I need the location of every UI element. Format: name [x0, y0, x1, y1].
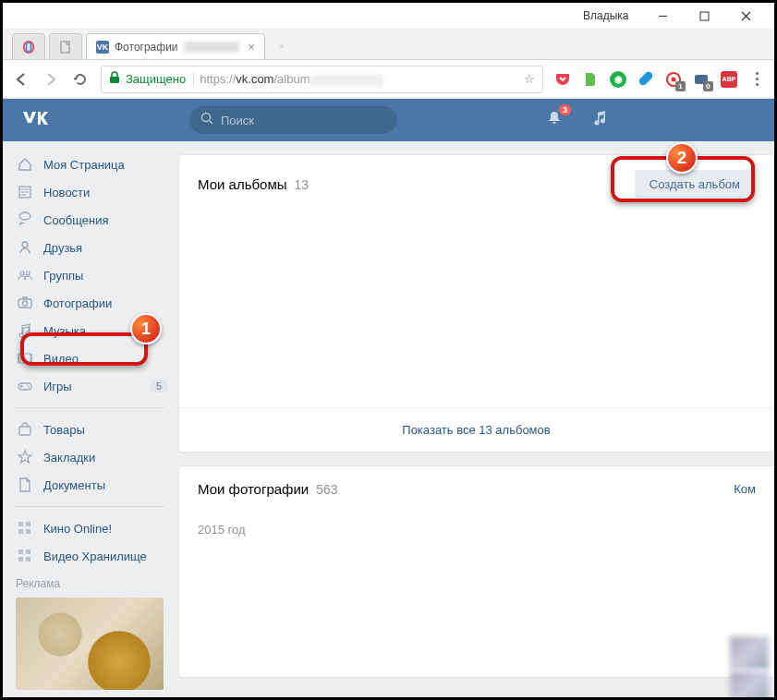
sidebar-ad-image[interactable]	[16, 597, 164, 690]
extension-icon-green[interactable]: ◉	[610, 71, 626, 88]
extension-icon-blue[interactable]	[637, 71, 654, 88]
bookmark-star-icon[interactable]: ☆	[524, 72, 535, 86]
main-content: Мои альбомы 13 Создать альбом Показать в…	[178, 141, 774, 697]
back-button[interactable]	[12, 70, 30, 89]
sidebar-separator	[16, 506, 165, 507]
search-input[interactable]	[221, 114, 386, 127]
sidebar-item-music[interactable]: Музыка	[3, 317, 178, 344]
search-box[interactable]	[189, 106, 397, 134]
groups-icon	[16, 266, 34, 284]
sidebar-item-label: Новости	[43, 186, 90, 199]
app-icon	[16, 519, 34, 537]
camera-icon	[16, 294, 34, 312]
app-icon	[16, 547, 34, 565]
show-all-albums-link[interactable]: Показать все 13 альбомов	[179, 407, 773, 452]
url-field[interactable]: Защищено https://vk.com/album ☆	[101, 66, 543, 93]
sidebar-item-app[interactable]: Кино Online!	[3, 514, 178, 542]
tab-close-icon[interactable]: ×	[249, 41, 255, 54]
adblock-extension-icon[interactable]: ABP	[721, 71, 737, 88]
sidebar-item-label: Группы	[43, 269, 83, 283]
opera-icon	[22, 41, 35, 54]
svg-rect-0	[700, 12, 709, 20]
sidebar-item-photos[interactable]: Фотографии	[3, 289, 178, 317]
sidebar-item-count: 5	[151, 380, 167, 392]
reload-button[interactable]	[71, 70, 90, 89]
svg-point-17	[27, 385, 29, 387]
window-user-label: Владыка	[583, 9, 629, 22]
extension-icon-counter-1[interactable]: 1	[665, 71, 682, 88]
sidebar-item-profile[interactable]: Моя Страница	[3, 151, 178, 178]
sidebar-item-market[interactable]: Товары	[3, 416, 178, 443]
photos-comments-link[interactable]: Ком	[734, 482, 756, 496]
extension-icon-counter-2[interactable]: 0	[693, 71, 710, 88]
document-icon	[16, 476, 34, 494]
browser-menu-button[interactable]	[748, 72, 765, 86]
browser-tab-inactive[interactable]	[49, 33, 82, 59]
photos-count: 563	[316, 482, 337, 497]
photo-thumbnail[interactable]	[730, 636, 769, 670]
sidebar-item-label: Кино Online!	[43, 522, 112, 536]
maximize-button[interactable]	[684, 3, 725, 29]
sidebar-separator	[16, 407, 165, 408]
secure-label: Защищено	[126, 72, 194, 86]
sidebar-item-documents[interactable]: Документы	[3, 471, 178, 499]
sidebar-item-label: Документы	[43, 478, 105, 492]
sidebar-item-app[interactable]: Видео Хранилище	[3, 542, 178, 570]
minimize-button[interactable]	[642, 3, 684, 29]
photo-thumbnails	[730, 634, 769, 697]
sidebar-item-groups[interactable]: Группы	[3, 261, 178, 289]
svg-rect-25	[26, 549, 30, 554]
sidebar: Моя Страница Новости Сообщения Друзья Гр…	[3, 141, 178, 697]
albums-card: Мои альбомы 13 Создать альбом Показать в…	[178, 154, 774, 453]
lock-icon	[109, 71, 120, 87]
svg-point-10	[22, 242, 28, 247]
pocket-extension-icon[interactable]	[554, 71, 571, 88]
svg-point-11	[20, 272, 24, 275]
sidebar-item-messages[interactable]: Сообщения	[3, 206, 178, 234]
photos-card: Мои фотографии 563 Ком 2015 год	[178, 465, 774, 678]
sidebar-item-news[interactable]: Новости	[3, 178, 178, 206]
vk-logo[interactable]	[23, 108, 51, 132]
notifications-badge: 3	[559, 104, 571, 115]
create-album-button[interactable]: Создать альбом	[635, 170, 755, 199]
browser-tab-inactive[interactable]	[12, 33, 45, 59]
sidebar-item-label: Сообщения	[43, 213, 109, 227]
tab-title-blurred	[184, 42, 239, 53]
page-content: 3 Моя Страница Новости Сообщения Друзья …	[3, 99, 774, 697]
video-icon	[16, 349, 34, 368]
svg-point-6	[672, 77, 676, 81]
svg-rect-27	[26, 557, 30, 561]
music-button[interactable]	[591, 109, 610, 131]
sidebar-item-label: Музыка	[43, 324, 86, 338]
gamepad-icon	[16, 377, 34, 395]
sidebar-item-bookmarks[interactable]: Закладки	[3, 443, 178, 471]
message-icon	[16, 211, 34, 229]
sidebar-item-friends[interactable]: Друзья	[3, 234, 178, 261]
music-icon	[16, 321, 34, 340]
sidebar-item-label: Игры	[43, 380, 72, 393]
new-tab-button[interactable]	[269, 33, 295, 59]
photos-title: Мои фотографии	[198, 481, 309, 497]
close-button[interactable]	[725, 3, 767, 29]
sidebar-item-video[interactable]: Видео	[3, 344, 178, 372]
svg-rect-21	[26, 522, 30, 526]
notifications-button[interactable]: 3	[545, 109, 564, 131]
browser-addressbar: Защищено https://vk.com/album ☆ ◉ 1 0 AB…	[3, 60, 774, 99]
sidebar-item-label: Закладки	[43, 451, 95, 465]
albums-title: Мои альбомы	[198, 176, 287, 192]
sidebar-ad-label: Реклама	[3, 570, 178, 594]
browser-tabstrip: VK Фотографии ×	[3, 29, 774, 60]
evernote-extension-icon[interactable]	[582, 71, 599, 88]
svg-rect-15	[18, 354, 31, 363]
home-icon	[16, 155, 34, 174]
svg-point-14	[23, 301, 28, 306]
vk-favicon: VK	[96, 41, 109, 54]
svg-point-12	[26, 272, 30, 275]
extension-icons: ◉ 1 0 ABP	[554, 71, 765, 88]
svg-rect-19	[19, 427, 30, 435]
browser-tab-active[interactable]: VK Фотографии ×	[86, 33, 265, 59]
photo-thumbnail[interactable]	[730, 671, 769, 697]
blank-page-icon	[59, 41, 72, 54]
sidebar-item-games[interactable]: Игры5	[3, 372, 178, 400]
forward-button[interactable]	[42, 70, 60, 89]
